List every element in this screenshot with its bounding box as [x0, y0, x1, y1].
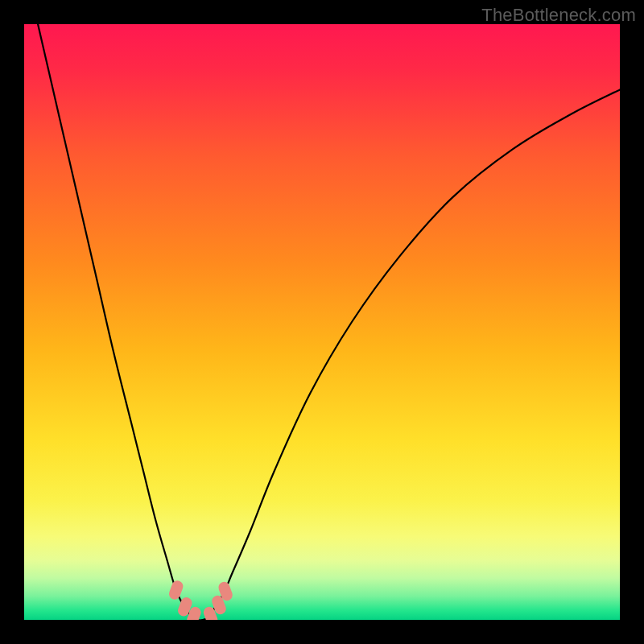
bottleneck-curve: [24, 24, 620, 620]
plot-area: [24, 24, 620, 620]
curve-layer: [24, 24, 620, 620]
watermark-text: TheBottleneck.com: [481, 5, 636, 26]
curve-marker: [167, 579, 184, 601]
minimum-markers: [167, 579, 234, 620]
chart-frame: TheBottleneck.com: [0, 0, 644, 644]
